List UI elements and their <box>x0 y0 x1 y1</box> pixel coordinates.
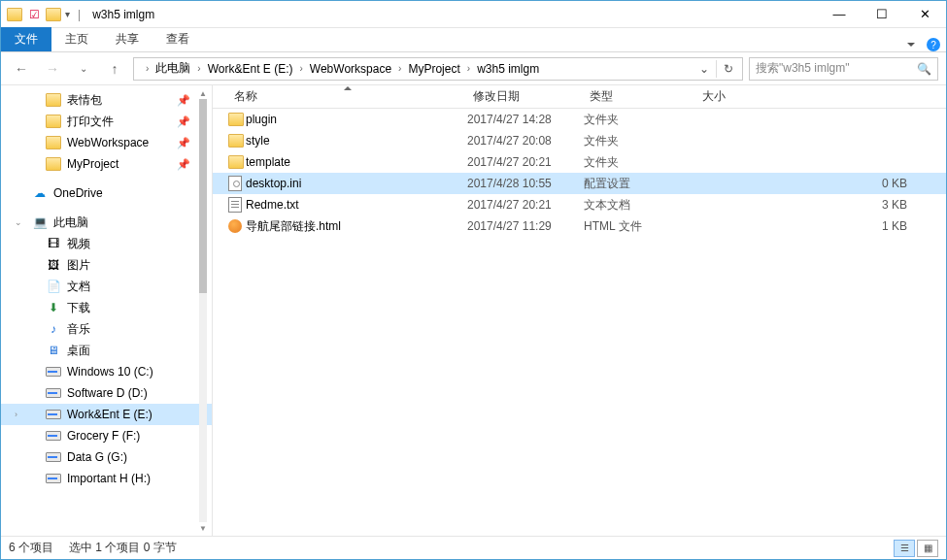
folder-icon <box>228 134 246 148</box>
chevron-right-icon[interactable]: › <box>297 63 304 74</box>
file-size: 1 KB <box>696 219 946 233</box>
address-row: ← → ⌄ ↑ › 此电脑 › Work&Ent E (E:) › WebWor… <box>1 52 946 85</box>
back-button[interactable]: ← <box>9 56 34 82</box>
nav-drive-selected[interactable]: ›Work&Ent E (E:) <box>1 404 212 425</box>
explorer-window: ☑ ▾ | w3h5 imlgm — ☐ ✕ 文件 主页 共享 查看 ? ← →… <box>0 0 947 560</box>
drive-icon <box>46 431 61 441</box>
quick-item[interactable]: 打印文件📌 <box>1 111 212 132</box>
crumb-current[interactable]: w3h5 imlgm <box>472 58 544 80</box>
forward-button[interactable]: → <box>40 56 65 82</box>
quick-item[interactable]: MyProject📌 <box>1 153 212 175</box>
col-date[interactable]: 修改日期 <box>467 88 584 105</box>
file-date: 2017/4/27 20:08 <box>467 134 584 148</box>
quick-item[interactable]: 表情包📌 <box>1 89 212 111</box>
html-icon <box>228 219 246 233</box>
icons-view-button[interactable]: ▦ <box>917 540 938 557</box>
title-bar: ☑ ▾ | w3h5 imlgm — ☐ ✕ <box>1 1 946 28</box>
chevron-right-icon[interactable]: › <box>465 63 472 74</box>
search-placeholder: 搜索"w3h5 imlgm" <box>756 60 850 77</box>
tab-home[interactable]: 主页 <box>51 27 102 51</box>
nav-drive[interactable]: Data G (G:) <box>1 446 212 468</box>
close-button[interactable]: ✕ <box>903 1 946 28</box>
address-bar[interactable]: › 此电脑 › Work&Ent E (E:) › WebWorkspace ›… <box>133 57 743 81</box>
chevron-right-icon[interactable]: › <box>144 63 151 74</box>
onedrive-icon: ☁ <box>32 185 48 201</box>
nav-lib-music[interactable]: ♪音乐 <box>1 318 212 340</box>
nav-label: Grocery F (F:) <box>67 429 140 443</box>
file-row[interactable]: 导航尾部链接.html2017/4/27 11:29HTML 文件1 KB <box>213 215 946 237</box>
crumb-drive[interactable]: Work&Ent E (E:) <box>203 58 298 80</box>
nav-lib-desktop[interactable]: 🖥桌面 <box>1 340 212 361</box>
file-row[interactable]: Redme.txt2017/4/27 20:21文本文档3 KB <box>213 194 946 215</box>
qat-folder-icon[interactable] <box>46 8 61 21</box>
drive-icon <box>46 410 61 419</box>
nav-label: 打印文件 <box>67 114 114 130</box>
quick-item[interactable]: WebWorkspace📌 <box>1 132 212 153</box>
file-row[interactable]: desktop.ini2017/4/28 10:55配置设置0 KB <box>213 173 946 194</box>
minimize-button[interactable]: — <box>818 1 861 28</box>
chevron-right-icon[interactable]: › <box>195 63 202 74</box>
refresh-button[interactable]: ↻ <box>717 58 740 80</box>
crumb-thispc[interactable]: 此电脑 <box>151 58 195 80</box>
nav-drive[interactable]: Grocery F (F:) <box>1 425 212 446</box>
file-date: 2017/4/27 14:28 <box>467 113 584 126</box>
nav-label: Windows 10 (C:) <box>67 365 153 379</box>
file-row[interactable]: template2017/4/27 20:21文件夹 <box>213 151 946 173</box>
window-title: w3h5 imlgm <box>92 8 154 21</box>
file-list-pane: 名称 修改日期 类型 大小 plugin2017/4/27 14:28文件夹st… <box>213 85 946 536</box>
nav-drive[interactable]: Software D (D:) <box>1 382 212 404</box>
documents-icon: 📄 <box>46 279 61 294</box>
file-rows[interactable]: plugin2017/4/27 14:28文件夹style2017/4/27 2… <box>213 109 946 536</box>
video-icon: 🎞 <box>46 236 61 251</box>
file-type: 配置设置 <box>584 176 696 192</box>
maximize-button[interactable]: ☐ <box>861 1 903 28</box>
recent-locations-button[interactable]: ⌄ <box>71 56 96 82</box>
file-type: 文件夹 <box>584 133 696 149</box>
nav-label: 音乐 <box>67 321 90 338</box>
details-view-button[interactable]: ☰ <box>894 540 915 557</box>
qat-dropdown-icon[interactable]: ▾ <box>65 9 70 19</box>
crumb-folder-2[interactable]: MyProject <box>403 58 464 80</box>
nav-lib-videos[interactable]: 🎞视频 <box>1 233 212 254</box>
up-button[interactable]: ↑ <box>102 56 127 82</box>
nav-lib-documents[interactable]: 📄文档 <box>1 276 212 297</box>
pin-icon: 📌 <box>177 115 190 128</box>
txt-icon <box>228 197 246 213</box>
nav-drive[interactable]: Windows 10 (C:) <box>1 361 212 382</box>
ribbon-tabs: 文件 主页 共享 查看 ? <box>1 28 946 52</box>
col-name[interactable]: 名称 <box>228 88 467 105</box>
tab-file[interactable]: 文件 <box>1 27 51 51</box>
qat-checkbox-icon[interactable]: ☑ <box>26 7 42 22</box>
nav-lib-downloads[interactable]: ⬇下载 <box>1 297 212 318</box>
nav-lib-pictures[interactable]: 🖼图片 <box>1 254 212 276</box>
help-icon[interactable]: ? <box>927 38 940 51</box>
tab-view[interactable]: 查看 <box>152 27 203 51</box>
column-headers[interactable]: 名称 修改日期 类型 大小 <box>213 85 946 109</box>
nav-label: 桌面 <box>67 343 90 359</box>
nav-drive[interactable]: Important H (H:) <box>1 468 212 489</box>
ribbon-collapse-icon[interactable] <box>905 39 915 50</box>
search-icon[interactable]: 🔍 <box>917 62 931 76</box>
title-separator: | <box>78 8 81 21</box>
crumb-folder-1[interactable]: WebWorkspace <box>305 58 396 80</box>
nav-onedrive[interactable]: ☁OneDrive <box>1 182 212 204</box>
col-size[interactable]: 大小 <box>696 88 946 105</box>
expand-icon[interactable]: ⌄ <box>15 217 22 227</box>
nav-pane[interactable]: 表情包📌 打印文件📌 WebWorkspace📌 MyProject📌 ☁One… <box>1 85 213 536</box>
nav-label: 此电脑 <box>53 214 88 231</box>
drive-icon <box>46 452 61 462</box>
tab-share[interactable]: 共享 <box>102 27 152 51</box>
addr-dropdown-icon[interactable]: ⌄ <box>693 58 716 80</box>
chevron-right-icon[interactable]: › <box>396 63 403 74</box>
search-input[interactable]: 搜索"w3h5 imlgm" 🔍 <box>749 57 938 81</box>
nav-thispc[interactable]: ⌄💻此电脑 <box>1 212 212 233</box>
col-type[interactable]: 类型 <box>584 88 696 105</box>
file-row[interactable]: style2017/4/27 20:08文件夹 <box>213 130 946 151</box>
expand-icon[interactable]: › <box>15 410 17 419</box>
nav-label: OneDrive <box>53 186 103 200</box>
status-bar: 6 个项目 选中 1 个项目 0 字节 ☰ ▦ <box>1 536 946 559</box>
file-size: 3 KB <box>696 198 946 212</box>
file-name: template <box>246 155 290 169</box>
file-row[interactable]: plugin2017/4/27 14:28文件夹 <box>213 109 946 130</box>
drive-icon <box>46 388 61 398</box>
